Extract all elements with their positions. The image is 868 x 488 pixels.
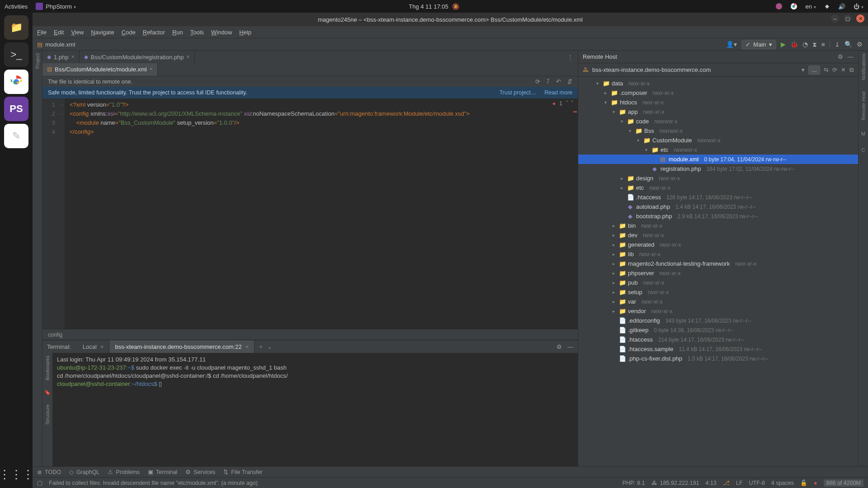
tree-node[interactable]: ▸📁magento2-functional-testing-frameworkr… — [578, 259, 858, 268]
editor-breadcrumb[interactable]: config — [42, 329, 578, 340]
remote-host-tool-button[interactable]: Remote Host — [861, 91, 866, 120]
ide-settings-icon[interactable]: ⚙ — [857, 41, 863, 48]
tabs-more-icon[interactable]: ⋮ — [563, 54, 578, 61]
tree-node[interactable]: 📄.php-cs-fixer.dist.php1.5 kB 14:17, 16/… — [578, 354, 858, 363]
files-app-icon[interactable]: 📁 — [4, 15, 28, 40]
memory-indicator[interactable]: 886 of 4200M — [824, 479, 863, 487]
status-icon[interactable]: ▢ — [37, 479, 42, 486]
bookmark-icon[interactable]: 🔖 — [44, 389, 51, 395]
tree-node[interactable]: ▸📁vendorrwxr-xr-x — [578, 306, 858, 316]
tree-node[interactable]: ▸📁etcrwxr-xr-x — [578, 183, 858, 192]
c-tool-button[interactable]: C — [862, 147, 865, 153]
graphql-tool-button[interactable]: ◇ GraphQL — [69, 469, 99, 475]
menu-navigate[interactable]: Navigate — [91, 29, 114, 36]
menu-window[interactable]: Window — [211, 29, 232, 36]
maximize-button[interactable]: ▢ — [844, 14, 852, 23]
status-message[interactable]: Failed to collect files: Invalid descend… — [49, 480, 616, 486]
menu-view[interactable]: View — [71, 29, 84, 36]
bookmarks-tool-button[interactable]: Bookmarks — [45, 356, 50, 380]
problems-tool-button[interactable]: ⚠ Problems — [108, 469, 140, 475]
panel-settings-icon[interactable]: ⚙ — [838, 53, 843, 60]
file-encoding[interactable]: UTF-8 — [749, 480, 765, 486]
terminal-tab[interactable]: Local× — [77, 340, 110, 353]
line-separator[interactable]: LF — [736, 480, 743, 486]
menu-edit[interactable]: Edit — [54, 29, 64, 36]
tree-node[interactable]: 📄.gitkeep0 byte 14:36, 16/06/2023 rw-r--… — [578, 325, 858, 335]
error-stripe[interactable] — [573, 111, 577, 113]
error-icon[interactable]: ● — [814, 480, 817, 486]
coverage-icon[interactable]: ◔ — [802, 41, 808, 48]
menu-tools[interactable]: Tools — [190, 29, 204, 36]
terminal-tool-button[interactable]: ▣ Terminal — [148, 469, 177, 475]
tray-icon-1[interactable] — [776, 3, 782, 9]
tree-node[interactable]: ▸📁devrwxr-xr-x — [578, 230, 858, 240]
tree-node[interactable]: ▸📁setuprwxr-xr-x — [578, 287, 858, 297]
inspection-widget[interactable]: ●1 ˆ ˇ — [552, 100, 573, 107]
file-transfer-tool-button[interactable]: ⇅ File Transfer — [223, 469, 262, 475]
panel-hide-icon[interactable]: — — [848, 53, 854, 60]
activities-button[interactable]: Activities — [5, 3, 28, 10]
run-button[interactable]: ▶ — [781, 41, 786, 48]
volume-icon[interactable]: 🔊 — [838, 3, 845, 10]
editor-tab[interactable]: ◆1.php× — [42, 51, 80, 63]
debug-button[interactable]: 🐞 — [790, 41, 798, 48]
caret-position[interactable]: 4:13 — [706, 480, 717, 486]
phpstorm-app-icon[interactable]: PS — [4, 97, 28, 121]
tree-node[interactable]: ▾📁Bssrwxrwxr-x — [578, 126, 858, 136]
tree-node[interactable]: ▸📁pubrwxr-xr-x — [578, 278, 858, 287]
run-config-selector[interactable]: ✓ Main ▾ — [741, 40, 776, 49]
editor-tab[interactable]: ▤ Bss/CustomModule/etc/module.xml× — [42, 63, 158, 76]
show-apps-icon[interactable]: ⋮⋮⋮ — [0, 468, 34, 482]
chrome-app-icon[interactable] — [4, 70, 28, 94]
collapse-all-icon[interactable]: ⧉ — [849, 66, 854, 74]
tree-node[interactable]: ◆registration.php164 byte 17:02, 11/04/2… — [578, 164, 858, 174]
indent-info[interactable]: 4 spaces — [771, 480, 794, 486]
minimize-button[interactable]: – — [831, 14, 839, 23]
readonly-icon[interactable]: 🔓 — [800, 479, 807, 486]
tree-node[interactable]: ◆autoload.php1.4 kB 14:17, 16/06/2023 rw… — [578, 202, 858, 211]
host-more-button[interactable]: … — [808, 66, 820, 75]
revert-icon[interactable]: ↶ — [556, 78, 561, 85]
tree-node[interactable]: ▾📁CustomModulerwxrwxr-x — [578, 136, 858, 145]
breadcrumb-file[interactable]: module.xml — [45, 41, 75, 48]
terminal-hide-icon[interactable]: — — [567, 343, 573, 350]
code-editor[interactable]: 1234 –– <?xml version="1.0"?> <config xm… — [42, 99, 578, 329]
search-everywhere-icon[interactable]: 🔍 — [844, 41, 852, 48]
services-tool-button[interactable]: ⚙ Services — [185, 469, 215, 475]
tree-node[interactable]: 📄.htaccess214 byte 14:17, 16/06/2023 rw-… — [578, 335, 858, 344]
close-tab-icon[interactable]: × — [71, 54, 75, 60]
host-dropdown-icon[interactable]: ▾ — [802, 66, 805, 73]
menu-refactor[interactable]: Refactor — [143, 29, 165, 36]
tree-node[interactable]: ▾📁datarwxr-xr-x — [578, 79, 858, 88]
project-tool-button[interactable]: Project — [35, 53, 40, 69]
close-button[interactable]: ✕ — [856, 14, 864, 23]
tree-node[interactable]: ▾📁etcrwxrwxr-x — [578, 145, 858, 155]
tree-node[interactable]: ▸📁varrwxr-xr-x — [578, 297, 858, 306]
menu-run[interactable]: Run — [172, 29, 183, 36]
tree-node[interactable]: ▾📁apprwxr-xr-x — [578, 107, 858, 117]
app-menu[interactable]: PhpStorm — [36, 3, 76, 10]
lang-indicator[interactable]: en — [806, 3, 816, 10]
todo-tool-button[interactable]: ≣ TODO — [37, 469, 61, 475]
php-version[interactable]: PHP: 8.1 — [623, 480, 645, 486]
tree-node[interactable]: ▸📁librwxr-xr-x — [578, 249, 858, 259]
power-icon[interactable]: ⏻ — [854, 3, 863, 10]
tree-node[interactable]: ▾📁coderwxrwxr-x — [578, 117, 858, 126]
close-tab-icon[interactable]: × — [187, 54, 190, 60]
tree-node[interactable]: ▤module.xml0 byte 17:04, 11/04/2024 rw-r… — [578, 155, 858, 164]
terminal-tabs-menu[interactable]: ⌄ — [267, 343, 272, 350]
deployment-host[interactable]: 🖧 185.92.222.191 — [651, 480, 699, 486]
stop-button[interactable]: ■ — [821, 41, 825, 48]
trust-project-link[interactable]: Trust project… — [500, 89, 537, 96]
git-update-icon[interactable]: ⤓ — [835, 41, 840, 48]
text-editor-app-icon[interactable]: ✎ — [4, 124, 28, 148]
diff-icon[interactable]: ⇵ — [567, 78, 572, 85]
chrome-tray-icon[interactable] — [790, 3, 797, 10]
structure-tool-button[interactable]: Structure — [45, 404, 50, 425]
tree-node[interactable]: ▾📁htdocsrwxr-xr-x — [578, 98, 858, 107]
editor-tab[interactable]: ◆ Bss/CustomModule/registration.php× — [80, 51, 195, 63]
menu-help[interactable]: Help — [239, 29, 251, 36]
refresh-icon[interactable]: ⟳ — [535, 78, 540, 85]
menu-file[interactable]: File — [37, 29, 47, 36]
read-more-link[interactable]: Read more — [544, 89, 572, 96]
